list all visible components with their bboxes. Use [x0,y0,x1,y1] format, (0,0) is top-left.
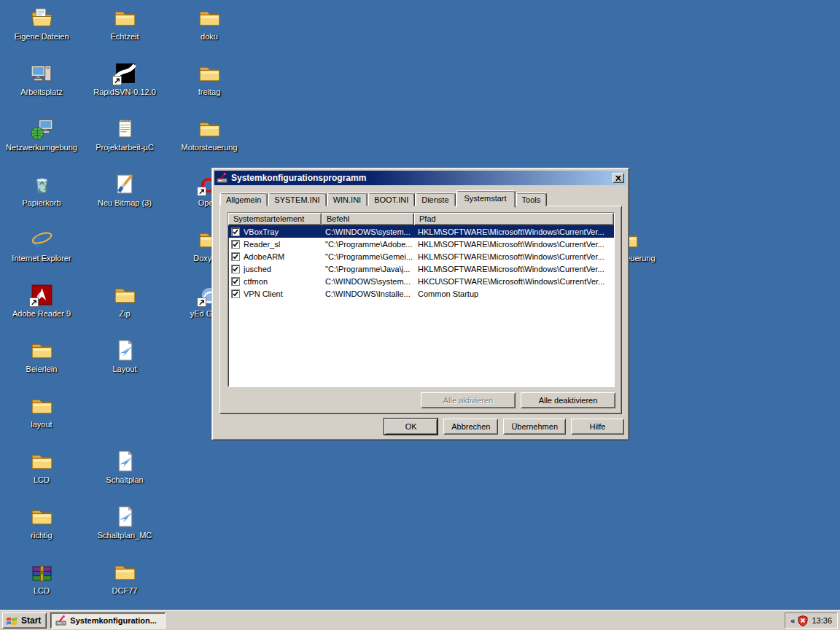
column-header-befehl[interactable]: Befehl [322,213,414,225]
tab-systemstart[interactable]: Systemstart [456,190,516,208]
msconfig-dialog: Systemkonfigurationsprogramm AllgemeinSY… [211,168,629,440]
folder-icon [30,505,54,529]
desktop-icon-label: Schaltplan [104,475,144,485]
tab-tools[interactable]: Tools [516,192,548,206]
desktop-icon-netzwerkumgebung[interactable]: Netzwerkumgebung [7,117,77,152]
task-button-label: Systemkonfiguration... [70,616,157,625]
startup-item-command: "C:\Programme\Gemei... [322,252,414,261]
desktop-icon-arbeitsplatz[interactable]: Arbeitsplatz [7,61,77,97]
windows-flag-icon [6,615,18,626]
startup-item-row-adobearm[interactable]: AdobeARM"C:\Programme\Gemei...HKLM\SOFTW… [228,250,614,262]
close-icon [615,176,621,181]
cancel-button[interactable]: Abbrechen [443,419,498,435]
desktop-icon-label: Zip [117,309,131,319]
startup-item-command: C:\WINDOWS\Installe... [322,289,414,298]
startup-item-command: "C:\Programme\Java\j... [322,265,414,273]
folder-icon [198,6,222,30]
ok-button[interactable]: OK [384,419,438,435]
desktop-icon-layout[interactable]: Layout [90,338,160,374]
startup-item-command: "C:\Programme\Adobe... [322,240,414,249]
desktop-icon-zip[interactable]: Zip [90,283,160,319]
startup-item-path: HKCU\SOFTWARE\Microsoft\Windows\CurrentV… [414,277,614,286]
clock[interactable]: 13:36 [812,616,832,625]
start-button[interactable]: Start [2,612,47,629]
desktop-icon-label: Internet Explorer [10,254,72,263]
startup-item-path: HKLM\SOFTWARE\Microsoft\Windows\CurrentV… [414,240,614,249]
startup-item-row-reader-sl[interactable]: Reader_sl"C:\Programme\Adobe...HKLM\SOFT… [228,238,614,250]
tab-dienste[interactable]: Dienste [415,192,455,206]
desktop-icon-label: Neu Bitmap (3) [96,198,153,208]
startup-item-path: HKLM\SOFTWARE\Microsoft\Windows\CurrentV… [414,228,614,236]
desktop-icon-label: richtig [29,531,53,540]
startup-item-path: HKLM\SOFTWARE\Microsoft\Windows\CurrentV… [414,265,614,273]
startup-item-row-jusched[interactable]: jusched"C:\Programme\Java\j...HKLM\SOFTW… [228,262,614,275]
eagle-document-icon [113,338,137,362]
desktop-icon-lcd[interactable]: LCD [7,449,77,485]
desktop-icon-motorsteuerung[interactable]: Motorsteuerung [174,117,244,152]
desktop-icon-label: freitag [197,88,222,97]
desktop-icon-label: RapidSVN-0.12.0 [92,88,158,97]
notepad-document-icon [113,117,137,141]
startup-item-row-ctfmon[interactable]: ctfmonC:\WINDOWS\system...HKCU\SOFTWARE\… [228,275,614,287]
enable-all-button[interactable]: Alle aktivieren [421,392,516,408]
bitmap-image-icon [113,172,137,196]
startup-item-row-vpn-client[interactable]: VPN ClientC:\WINDOWS\Installe...Common S… [228,287,614,300]
desktop-icon-echtzeit[interactable]: Echtzeit [90,6,160,42]
desktop: Eigene DateienEchtzeitdokuArbeitsplatzRa… [0,0,840,630]
desktop-icon-papierkorb[interactable]: Papierkorb [7,172,77,208]
column-header-pfad[interactable]: Pfad [414,213,614,225]
tray-collapse-button[interactable]: « [790,616,794,625]
desktop-icon-lcd[interactable]: LCD [7,560,77,596]
desktop-icon-label: Motorsteuerung [179,143,238,152]
desktop-icon-neu-bitmap-3[interactable]: Neu Bitmap (3) [90,172,160,208]
tab-boot-ini[interactable]: BOOT.INI [368,192,415,206]
startup-item-checkbox[interactable] [231,240,240,249]
desktop-icon-adobe-reader-9[interactable]: Adobe Reader 9 [7,283,77,319]
startup-item-command: C:\WINDOWS\system... [322,228,414,236]
desktop-icon-freitag[interactable]: freitag [174,61,244,97]
shortcut-arrow-icon [198,187,206,195]
startup-item-checkbox[interactable] [231,265,240,273]
folder-icon [113,6,137,30]
column-header-systemstartelement[interactable]: Systemstartelement [228,213,322,225]
startup-item-name: AdobeARM [244,252,284,261]
desktop-icon-label: layout [29,420,53,429]
folder-icon [30,449,54,473]
startup-item-command: C:\WINDOWS\system... [322,277,414,286]
desktop-icon-dcf77[interactable]: DCF77 [90,560,160,596]
tab-allgemein[interactable]: Allgemein [219,192,268,206]
desktop-icon-eigene-dateien[interactable]: Eigene Dateien [7,6,77,42]
startup-item-checkbox[interactable] [231,289,240,298]
close-button[interactable] [612,173,624,183]
desktop-icon-rapidsvn-0-12-0[interactable]: RapidSVN-0.12.0 [90,61,160,97]
desktop-icon-schaltplan-mc[interactable]: Schaltplan_MC [90,505,160,540]
startup-item-checkbox[interactable] [231,277,240,286]
desktop-icon-schaltplan[interactable]: Schaltplan [90,449,160,485]
startup-item-row-vboxtray[interactable]: VBoxTrayC:\WINDOWS\system...HKLM\SOFTWAR… [228,225,614,238]
desktop-icon-doku[interactable]: doku [174,6,244,42]
tab-system-ini[interactable]: SYSTEM.INI [268,192,326,206]
security-shield-icon[interactable] [798,615,808,626]
apply-button[interactable]: Übernehmen [503,419,566,435]
desktop-icon-label: Layout [111,365,138,374]
desktop-icon-projektarbeit-c[interactable]: Projektarbeit-µC [90,117,160,152]
desktop-icon-layout[interactable]: layout [7,394,77,429]
desktop-icon-label: Schaltplan_MC [96,531,154,540]
startup-item-checkbox[interactable] [231,252,240,261]
startup-item-checkbox[interactable] [231,228,240,236]
desktop-icon-label: Adobe Reader 9 [11,309,72,319]
desktop-icon-internet-explorer[interactable]: eInternet Explorer [7,228,77,263]
help-button[interactable]: Hilfe [571,419,624,435]
network-icon [30,117,54,141]
shortcut-arrow-icon [30,298,38,306]
desktop-icon-richtig[interactable]: richtig [7,505,77,540]
tab-win-ini[interactable]: WIN.INI [327,192,368,206]
eagle-document-icon [113,449,137,473]
dialog-titlebar[interactable]: Systemkonfigurationsprogramm [214,171,626,185]
msconfig-icon [55,615,67,626]
desktop-icon-beierlein[interactable]: Beierlein [7,338,77,374]
desktop-icon-label: Papierkorb [20,198,62,208]
startup-item-name: Reader_sl [244,240,280,249]
task-button-systemkonfiguration[interactable]: Systemkonfiguration... [50,612,166,629]
disable-all-button[interactable]: Alle deaktivieren [521,392,615,408]
